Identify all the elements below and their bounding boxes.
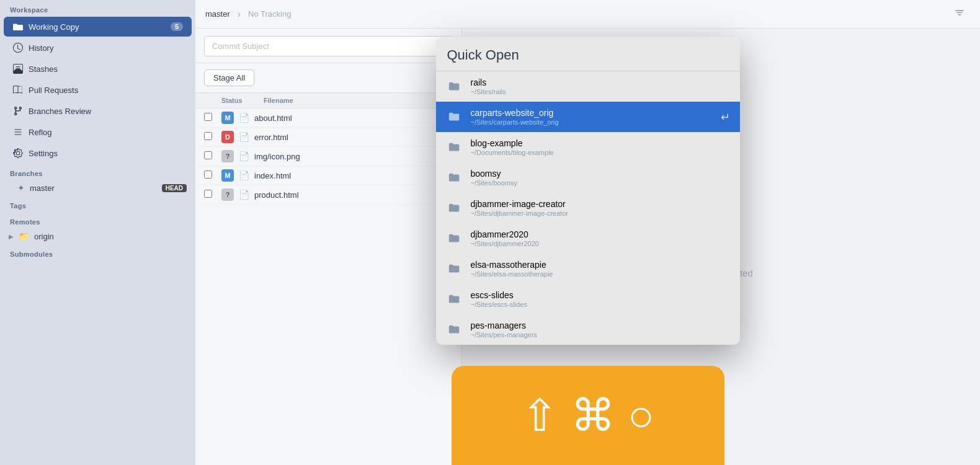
sidebar-item-stashes[interactable]: Stashes — [4, 59, 192, 79]
folder-icon — [446, 321, 463, 339]
quick-open-item-name: rails — [471, 78, 730, 87]
git-branch-icon — [12, 105, 24, 117]
quick-open-modal: rails ~/Sites/rails carparts-website_ori… — [436, 37, 740, 345]
sidebar-item-settings[interactable]: Settings — [4, 143, 192, 163]
quick-open-item[interactable]: djbammer-image-creator ~/Sites/djbammer-… — [436, 193, 740, 223]
remote-origin[interactable]: ▶ 📁 origin — [0, 228, 195, 244]
remote-name: origin — [34, 232, 54, 241]
head-badge: HEAD — [162, 184, 187, 192]
folder-icon — [12, 21, 24, 32]
folder-icon — [446, 260, 463, 278]
quick-open-item-text: carparts-website_orig ~/Sites/carparts-w… — [471, 108, 713, 126]
quick-open-item-text: rails ~/Sites/rails — [471, 78, 730, 95]
quick-open-item-text: escs-slides ~/Sites/escs-slides — [471, 290, 730, 308]
branch-master[interactable]: ✦ master HEAD — [0, 180, 195, 196]
quick-open-input[interactable] — [447, 47, 729, 63]
sidebar-item-working-copy[interactable]: Working Copy 5 — [4, 17, 192, 37]
quick-open-item-text: elsa-massotherapie ~/Sites/elsa-massothe… — [471, 260, 730, 278]
sidebar-item-pull-requests[interactable]: Pull Requests — [4, 80, 192, 100]
sidebar-item-label: History — [29, 43, 183, 53]
chevron-right-icon: ▶ — [9, 233, 14, 240]
sidebar-item-label: Stashes — [29, 64, 183, 74]
quick-open-item-path: ~/Documents/blog-example — [471, 149, 730, 156]
sidebar-item-branches-review[interactable]: Branches Review — [4, 101, 192, 121]
submodules-section-label: Submodules — [0, 244, 195, 260]
git-branch-small-icon: ✦ — [17, 183, 25, 193]
quick-open-item-text: djbammer2020 ~/Sites/djbammer2020 — [471, 229, 730, 247]
enter-hint-icon: ↵ — [721, 110, 730, 124]
quick-open-item-path: ~/Sites/pes-managers — [471, 331, 730, 339]
quick-open-item[interactable]: rails ~/Sites/rails — [436, 71, 740, 102]
folder-icon — [446, 108, 463, 126]
list-icon — [12, 126, 24, 138]
sidebar: Workspace Working Copy 5 History Stashes… — [0, 0, 195, 465]
quick-open-item-name: escs-slides — [471, 290, 730, 300]
quick-open-item-path: ~/Sites/djbammer-image-creator — [471, 210, 730, 217]
folder-icon-small: 📁 — [19, 231, 29, 241]
quick-open-item-path: ~/Sites/escs-slides — [471, 301, 730, 308]
sidebar-item-label: Pull Requests — [29, 86, 183, 95]
o-symbol: ○ — [628, 393, 655, 438]
branches-section-label: Branches — [0, 164, 195, 180]
quick-open-item-name: pes-managers — [471, 321, 730, 330]
keyboard-shortcut-overlay: ⇧ ⌘ ○ — [452, 366, 724, 465]
quick-open-item-name: djbammer2020 — [471, 229, 730, 239]
folder-icon — [446, 78, 463, 95]
quick-open-item[interactable]: djbammer2020 ~/Sites/djbammer2020 — [436, 223, 740, 254]
git-pull-icon — [12, 84, 24, 95]
branch-name: master — [30, 184, 157, 193]
main-area: master › No Tracking Stage All Status — [195, 0, 980, 465]
gear-icon — [12, 148, 24, 159]
shift-symbol: ⇧ — [521, 393, 558, 438]
folder-icon — [446, 230, 463, 247]
folder-icon — [446, 169, 463, 187]
quick-open-item-text: djbammer-image-creator ~/Sites/djbammer-… — [471, 199, 730, 217]
quick-open-item[interactable]: boomsy ~/Sites/boomsy — [436, 162, 740, 193]
sidebar-item-reflog[interactable]: Reflog — [4, 122, 192, 142]
quick-open-item-name: boomsy — [471, 169, 730, 179]
folder-icon — [446, 139, 463, 156]
quick-open-item[interactable]: pes-managers ~/Sites/pes-managers — [436, 314, 740, 345]
quick-open-item[interactable]: elsa-massotherapie ~/Sites/elsa-massothe… — [436, 254, 740, 284]
cmd-symbol: ⌘ — [571, 393, 615, 438]
quick-open-item-path: ~/Sites/carparts-website_orig — [471, 118, 713, 126]
sidebar-item-history[interactable]: History — [4, 38, 192, 58]
workspace-section-label: Workspace — [0, 0, 195, 16]
quick-open-item-path: ~/Sites/elsa-massotherapie — [471, 270, 730, 278]
sidebar-item-label: Reflog — [29, 128, 183, 137]
folder-icon — [446, 200, 463, 217]
quick-open-item[interactable]: blog-example ~/Documents/blog-example — [436, 132, 740, 162]
working-copy-badge: 5 — [171, 22, 183, 31]
quick-open-list: rails ~/Sites/rails carparts-website_ori… — [436, 71, 740, 345]
quick-open-item-name: carparts-website_orig — [471, 108, 713, 118]
sidebar-item-label: Branches Review — [29, 107, 183, 116]
sidebar-item-label: Settings — [29, 149, 183, 158]
tags-section-label: Tags — [0, 196, 195, 212]
folder-icon — [446, 291, 463, 308]
quick-open-item-text: blog-example ~/Documents/blog-example — [471, 138, 730, 156]
quick-open-item[interactable]: escs-slides ~/Sites/escs-slides — [436, 284, 740, 314]
remotes-section-label: Remotes — [0, 212, 195, 228]
inbox-icon — [12, 63, 24, 74]
quick-open-item-path: ~/Sites/djbammer2020 — [471, 240, 730, 247]
quick-open-item-name: djbammer-image-creator — [471, 199, 730, 209]
quick-open-search — [436, 37, 740, 71]
clock-icon — [12, 42, 24, 53]
quick-open-item[interactable]: carparts-website_orig ~/Sites/carparts-w… — [436, 102, 740, 132]
quick-open-item-text: boomsy ~/Sites/boomsy — [471, 169, 730, 187]
quick-open-item-name: blog-example — [471, 138, 730, 148]
sidebar-item-label: Working Copy — [29, 22, 166, 32]
quick-open-item-path: ~/Sites/boomsy — [471, 179, 730, 187]
quick-open-item-name: elsa-massotherapie — [471, 260, 730, 270]
quick-open-item-text: pes-managers ~/Sites/pes-managers — [471, 321, 730, 339]
quick-open-item-path: ~/Sites/rails — [471, 88, 730, 95]
